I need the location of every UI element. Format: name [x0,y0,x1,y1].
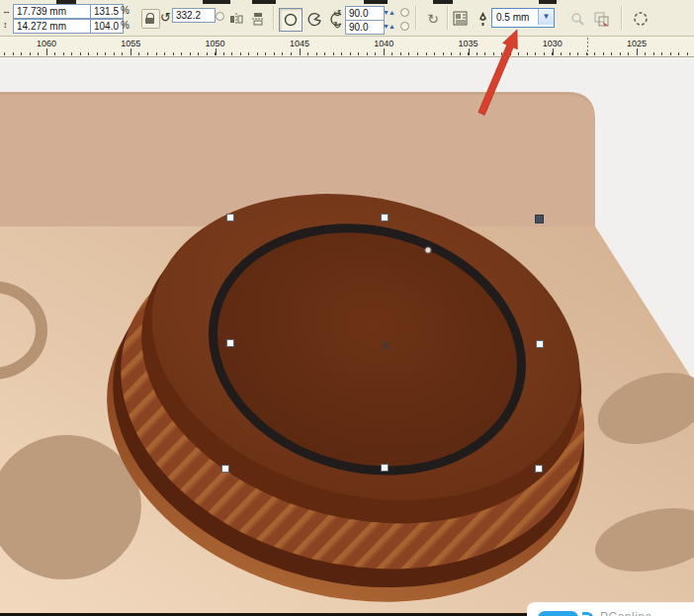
drawing-canvas[interactable]: PConline IT百科 [0,57,694,616]
cropped-icon [539,0,557,4]
ruler-minor-tick [324,52,325,55]
ellipse-node[interactable] [425,247,431,253]
lock-ratio-button[interactable] [141,9,160,29]
ruler-minor-tick [375,52,376,55]
ruler-minor-tick [97,52,98,55]
ruler-label: 1045 [290,39,309,48]
ruler-minor-tick [552,52,553,55]
ruler-minor-tick [408,52,409,55]
ruler-minor-tick [215,52,216,55]
handle-bottom-middle[interactable] [382,465,389,472]
coreldraw-window: { "toolbar": { "object_size": { "width":… [0,0,694,616]
end-angle-field[interactable]: 90.0 [345,20,385,35]
handle-top-left[interactable] [227,215,234,221]
horizontal-ruler[interactable]: 10601055105010451040103510301025 [0,37,694,57]
ruler-minor-tick [678,52,679,55]
mirror-vertical-button[interactable] [248,9,268,29]
ruler-minor-tick [451,52,452,55]
ruler-minor-tick [493,52,494,55]
ruler-minor-tick [670,52,671,55]
rotate-icon: ↺ [160,10,171,25]
chevron-down-icon[interactable]: ▼ [538,9,554,25]
ruler-minor-tick [190,52,191,55]
ruler-minor-tick [46,52,47,55]
ruler-minor-tick [577,52,578,55]
ellipse-icon [284,13,298,27]
start-angle-spinner[interactable]: ▼▲ [383,7,396,19]
ruler-minor-tick [594,52,595,55]
ruler-minor-tick [535,52,536,55]
mirror-horizontal-icon [229,12,243,26]
dashed-circle-icon [632,10,650,28]
ellipse-button[interactable] [279,8,303,32]
ruler-minor-tick [231,52,232,55]
mirror-vertical-icon [251,12,265,26]
scale-y-field[interactable]: 104.0 [90,19,124,34]
end-angle-spinner[interactable]: ▼▲ [383,21,396,33]
ruler-minor-tick [637,52,638,55]
ruler-minor-tick [138,52,139,55]
ruler-minor-tick [316,52,317,55]
ruler-minor-tick [384,52,385,55]
convert-outline-button-disabled [591,9,611,29]
ruler-minor-tick [274,52,275,55]
ruler-minor-tick [265,52,266,55]
ruler-minor-tick [460,52,461,55]
handle-bottom-right[interactable] [536,466,543,473]
pie-icon [307,12,322,27]
handle-bottom-left[interactable] [222,466,229,473]
ruler-minor-tick [350,52,351,55]
ruler-minor-tick [645,52,646,55]
ruler-minor-tick [561,52,562,55]
start-angle-icon: ↺ [333,8,341,19]
mirror-horizontal-button[interactable] [226,9,246,29]
ruler-minor-tick [544,52,545,55]
object-height-icon: ↕ [3,20,8,30]
ruler-minor-tick [527,52,528,55]
watermark: PConline IT百科 [527,602,694,616]
ruler-minor-tick [122,52,123,55]
ruler-minor-tick [307,52,308,55]
free-transform-button[interactable] [631,9,651,29]
property-bar: ↔ ↕ 17.739 mm 14.272 mm 131.5 104.0 % % … [0,0,694,37]
ruler-minor-tick [426,52,427,55]
ruler-minor-tick [661,52,662,55]
outline-width-dropdown[interactable]: 0.5 mm ▼ [491,8,555,28]
object-width-icon: ↔ [2,6,11,16]
change-direction-button[interactable]: ↻ [423,9,443,29]
ruler-minor-tick [510,52,511,55]
ruler-minor-tick [611,52,612,55]
artwork [0,57,694,616]
handle-middle-right[interactable] [537,341,544,348]
ruler-minor-tick [21,52,22,55]
ruler-label: 1030 [543,39,563,48]
watermark-brand: PConline [600,610,652,616]
handle-middle-left[interactable] [227,340,234,347]
pie-button[interactable] [304,9,324,29]
scale-x-field[interactable]: 131.5 [90,4,124,19]
percent-label: % [121,5,130,16]
ruler-minor-tick [518,52,519,55]
ruler-minor-tick [628,52,629,55]
ruler-label: 1040 [374,39,393,48]
ruler-minor-tick [71,52,72,55]
wrap-text-button[interactable] [451,9,471,29]
ruler-minor-tick [282,52,283,55]
percent-label: % [121,20,130,31]
shape-gray-icon [570,12,585,27]
start-angle-field[interactable]: 90.0 [345,6,385,21]
cropped-icon [364,0,388,4]
ruler-minor-tick [687,52,688,55]
ruler-minor-tick [367,52,368,55]
rotation-field[interactable]: 332.2 [172,8,216,23]
ruler-minor-tick [477,52,477,55]
ruler-minor-tick [501,52,502,55]
handle-top-middle[interactable] [382,215,389,221]
outline-width-value: 0.5 mm [496,12,529,23]
ruler-minor-tick [13,52,14,55]
ruler-minor-tick [54,52,55,55]
ruler-minor-tick [468,52,469,55]
ruler-minor-tick [198,52,199,55]
handle-top-right-dark[interactable] [536,216,544,223]
cropped-icon [433,0,453,4]
